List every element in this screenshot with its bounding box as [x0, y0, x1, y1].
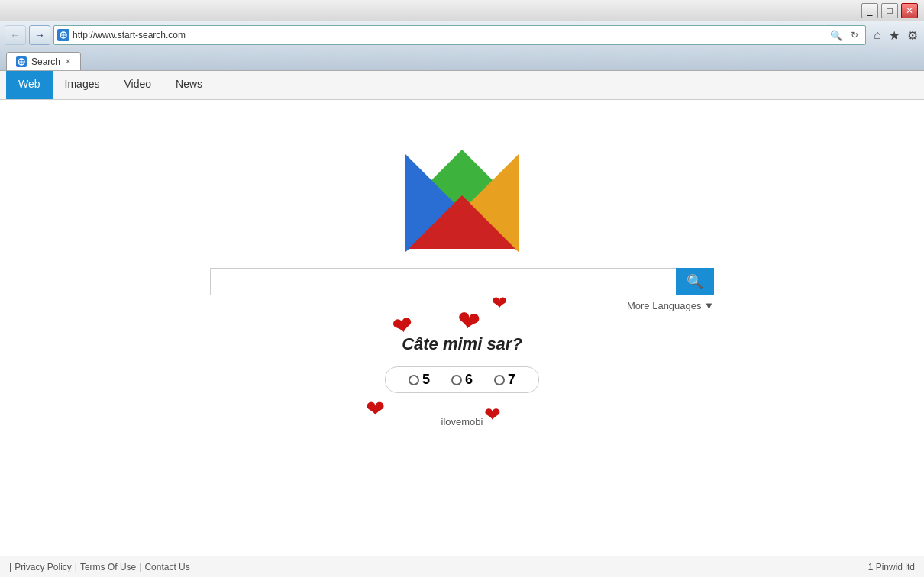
tab-favicon	[16, 56, 27, 67]
quiz-option-1-label: 5	[422, 372, 430, 388]
nav-tab-images[interactable]: Images	[53, 71, 112, 99]
nav-tab-news[interactable]: News	[163, 71, 215, 99]
search-icon: 🔍	[687, 273, 703, 290]
maximize-button[interactable]: □	[881, 3, 898, 18]
quiz-question: Câte mimi sar?	[402, 334, 522, 354]
address-search-button[interactable]: 🔍	[829, 27, 844, 43]
quiz-options: 5 6 7	[385, 366, 539, 393]
quiz-option-3[interactable]: 7	[483, 372, 526, 388]
title-bar: _ □ ✕	[0, 0, 924, 21]
page-content: 🔍 More Languages ▼ ❤ ❤ Câte mimi sar? 5 …	[0, 100, 924, 556]
heart-decoration-2: ❤	[455, 304, 483, 339]
minimize-button[interactable]: _	[861, 3, 878, 18]
quiz-option-2[interactable]: 6	[441, 372, 483, 388]
address-bar: http://www.start-search.com 🔍 ↻	[53, 25, 866, 45]
browser-chrome: _ □ ✕ ← → http://www.start-search.com 🔍 …	[0, 0, 924, 71]
search-box-wrap: 🔍	[210, 268, 714, 295]
back-button[interactable]: ←	[5, 25, 26, 45]
privacy-policy-link[interactable]: Privacy Policy	[15, 562, 72, 572]
favorites-button[interactable]: ★	[887, 27, 901, 44]
search-input[interactable]	[210, 268, 676, 295]
nav-tab-video[interactable]: Video	[111, 71, 163, 99]
address-text[interactable]: http://www.start-search.com	[73, 30, 825, 40]
nav-tab-web[interactable]: Web	[6, 71, 53, 99]
page-footer: | Privacy Policy | Terms Of Use | Contac…	[0, 556, 924, 577]
heart-decoration-5: ❤	[492, 292, 507, 314]
heart-decoration-3: ❤	[366, 395, 385, 422]
terms-of-use-link[interactable]: Terms Of Use	[80, 562, 136, 572]
quiz-radio-2	[451, 375, 462, 385]
quiz-option-1[interactable]: 5	[398, 372, 441, 388]
ilovemobi-label: ilovemobi	[441, 416, 483, 427]
address-favicon	[57, 29, 69, 41]
active-tab[interactable]: Search ✕	[6, 52, 81, 70]
footer-copyright: 1 Pinwid ltd	[868, 562, 915, 572]
search-button[interactable]: 🔍	[676, 268, 714, 295]
quiz-radio-3	[494, 375, 505, 385]
contact-us-link[interactable]: Contact Us	[144, 562, 189, 572]
heart-decoration-1: ❤	[390, 310, 415, 342]
quiz-option-3-label: 7	[508, 372, 515, 388]
footer-sep-start: |	[9, 562, 11, 572]
tab-label: Search	[31, 56, 60, 67]
home-button[interactable]: ⌂	[872, 27, 883, 44]
tab-close-button[interactable]: ✕	[65, 57, 71, 66]
close-button[interactable]: ✕	[901, 3, 918, 18]
quiz-area: ❤ ❤ Câte mimi sar? 5 6 7 ❤ ❤ ❤	[385, 334, 539, 393]
address-refresh-button[interactable]: ↻	[847, 27, 862, 43]
nav-bar: ← → http://www.start-search.com 🔍 ↻ ⌂ ★ …	[0, 21, 924, 49]
forward-button[interactable]: →	[29, 25, 50, 45]
more-languages[interactable]: More Languages ▼	[627, 300, 714, 311]
settings-button[interactable]: ⚙	[906, 27, 919, 44]
footer-links: | Privacy Policy | Terms Of Use | Contac…	[9, 562, 190, 572]
footer-sep-2: |	[139, 562, 141, 572]
tab-bar: Search ✕	[0, 49, 924, 70]
quiz-option-2-label: 6	[465, 372, 473, 388]
footer-sep-1: |	[75, 562, 77, 572]
site-logo	[401, 146, 523, 253]
quiz-radio-1	[409, 375, 419, 385]
page-navigation: Web Images Video News	[0, 71, 924, 100]
heart-decoration-4: ❤	[484, 403, 501, 427]
